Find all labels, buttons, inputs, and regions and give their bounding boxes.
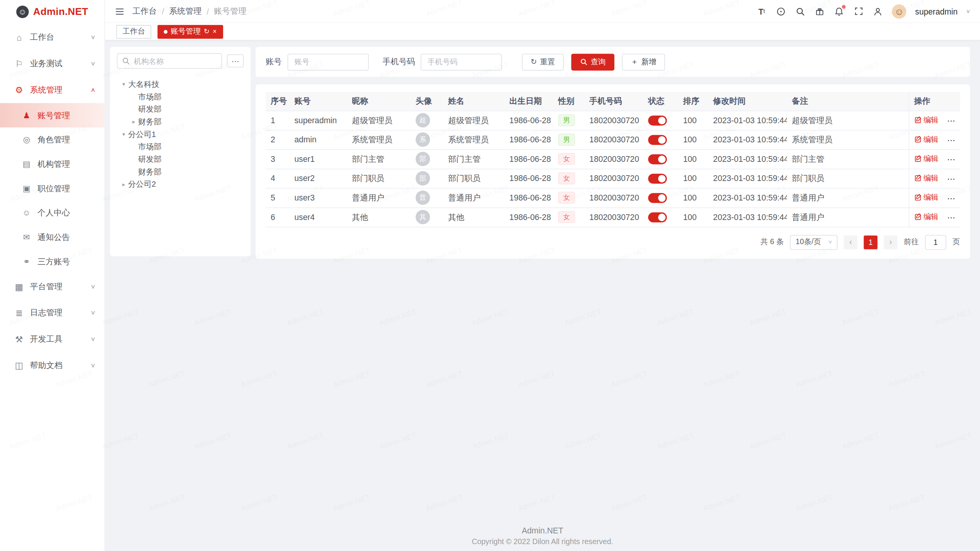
org-search-input[interactable] [117,53,222,69]
sidebar-item-position-management[interactable]: ▣ 职位管理 [0,176,105,201]
edit-button[interactable]: 编辑 [914,212,939,222]
sidebar-item-account-management[interactable]: ♟ 账号管理 [0,103,105,127]
tree-node[interactable]: 市场部 [117,91,243,103]
tab-close-icon[interactable]: × [212,28,217,35]
cell-nickname: 普通用户 [347,188,411,207]
sidebar-item-help-docs[interactable]: ◫ 帮助文档 ˅ [0,352,105,379]
cell-account: user1 [289,149,347,169]
cell-status [643,111,678,130]
user-icon: ♟ [21,111,32,120]
status-toggle[interactable] [648,135,667,145]
fullscreen-icon[interactable] [853,7,864,16]
phone-filter-input[interactable] [421,54,502,70]
table-column-header: 账号 [289,92,347,111]
tree-caret-icon[interactable]: ▸ [129,119,138,125]
tree-node-label: 财务部 [138,116,162,127]
sidebar-item-system-management[interactable]: ⚙ 系统管理 ˄ [0,77,105,103]
edit-button[interactable]: 编辑 [914,115,939,126]
logo-icon: ☺ [16,5,29,18]
user-avatar[interactable]: ☺ [892,4,906,19]
table-row: 5 user3 普通用户 普 普通用户 1986-06-28 女 1802003… [266,188,960,207]
search-icon[interactable] [795,7,806,16]
sidebar-item-platform-management[interactable]: ▦ 平台管理 ˅ [0,274,105,300]
cell-modified-time: 2023-01-03 10:59:44 [708,207,787,227]
sidebar-item-dev-tools[interactable]: ⚒ 开发工具 ˅ [0,326,105,352]
tab[interactable]: 账号管理 ↻ × [157,24,223,38]
tools-icon: ⚒ [14,334,24,344]
goto-page-input[interactable] [925,235,946,249]
tree-caret-icon[interactable]: ▾ [119,81,128,87]
collapse-menu-icon[interactable] [115,7,124,16]
add-button[interactable]: ＋ 新增 [622,54,665,70]
language-icon[interactable] [776,7,786,16]
status-toggle[interactable] [648,212,667,222]
cell-gender: 女 [553,207,585,227]
account-filter-input[interactable] [287,54,369,70]
profile-icon[interactable] [873,7,884,16]
edit-button[interactable]: 编辑 [914,173,939,184]
more-actions-button[interactable]: ⋯ [947,116,956,126]
reset-button[interactable]: ↻ 重置 [522,54,564,70]
edit-button[interactable]: 编辑 [914,134,939,145]
chevron-icon: ˅ [91,362,95,369]
sidebar-item-label: 日志管理 [30,307,62,318]
tree-node[interactable]: 研发部 [117,103,243,116]
tab-label: 账号管理 [171,26,201,37]
sidebar-item-org-management[interactable]: ▤ 机构管理 [0,152,105,176]
status-toggle[interactable] [648,193,667,203]
sidebar-nav: ⌂ 工作台 ˅ ⚐ 业务测试 ˅ ⚙ 系统管理 ˄ ♟ 账号管理 ◎ 角色管理 … [0,23,105,378]
breadcrumb-item[interactable]: 系统管理 [169,6,202,17]
tree-caret-icon[interactable]: ▾ [119,131,128,137]
sidebar-item-label: 帮助文档 [30,360,62,371]
cell-remark: 系统管理员 [787,130,909,150]
cell-phone: 18020030720 [585,149,643,169]
sidebar-item-third-party-account[interactable]: ⚭ 三方账号 [0,249,105,274]
username[interactable]: superadmin [915,7,958,16]
theme-icon[interactable] [815,7,825,16]
table-column-header: 性别 [553,92,585,111]
breadcrumb-item[interactable]: 工作台 [132,6,157,17]
tree-node[interactable]: 财务部 [117,166,243,178]
page-number-button[interactable]: 1 [864,235,877,249]
sidebar-item-workbench[interactable]: ⌂ 工作台 ˅ [0,24,105,51]
tree-node[interactable]: 研发部 [117,153,243,166]
prev-page-button[interactable]: ‹ [844,235,858,249]
more-actions-button[interactable]: ⋯ [947,155,956,164]
org-more-button[interactable]: ⋯ [227,54,244,67]
refresh-icon: ↻ [531,58,537,66]
tab-refresh-icon[interactable]: ↻ [204,28,209,35]
page-size-select[interactable]: 10条/页 ˅ [790,235,838,249]
cell-index: 3 [266,149,289,169]
tree-node[interactable]: ▸ 财务部 [117,116,243,128]
status-toggle[interactable] [648,116,667,126]
more-actions-button[interactable]: ⋯ [947,174,956,184]
sidebar-item-log-management[interactable]: ≣ 日志管理 ˅ [0,300,105,326]
sidebar-item-notice[interactable]: ✉ 通知公告 [0,225,105,249]
tree-node[interactable]: ▾ 分公司1 [117,128,243,141]
more-actions-button[interactable]: ⋯ [947,194,956,203]
cell-actions: 编辑 ⋯ [909,207,960,227]
query-button[interactable]: 查询 [571,54,614,70]
table-row: 4 user2 部门职员 部 部门职员 1986-06-28 女 1802003… [266,169,960,188]
font-size-icon[interactable]: Tt [756,7,767,16]
notification-bell-icon[interactable] [834,7,844,16]
tree-node[interactable]: 市场部 [117,140,243,153]
more-actions-button[interactable]: ⋯ [947,213,956,222]
next-page-button[interactable]: › [884,235,898,249]
filter-bar: 账号 手机号码 ↻ 重置 查询 ＋ 新增 [256,47,970,77]
edit-button[interactable]: 编辑 [914,153,939,164]
more-actions-button[interactable]: ⋯ [947,136,956,145]
tree-node[interactable]: ▸ 分公司2 [117,178,243,191]
status-toggle[interactable] [648,174,667,184]
status-toggle[interactable] [648,154,667,164]
tree-node[interactable]: ▾ 大名科技 [117,78,243,91]
sidebar-item-business-test[interactable]: ⚐ 业务测试 ˅ [0,51,105,77]
sidebar-item-personal-center[interactable]: ☺ 个人中心 [0,201,105,225]
table-column-header: 姓名 [443,92,505,111]
gender-badge: 女 [558,172,575,184]
tab[interactable]: 工作台 [116,24,151,38]
sidebar-item-role-management[interactable]: ◎ 角色管理 [0,127,105,152]
tree-caret-icon[interactable]: ▸ [119,181,128,187]
user-menu-chevron-icon[interactable]: ˅ [966,8,970,15]
edit-button[interactable]: 编辑 [914,192,939,203]
